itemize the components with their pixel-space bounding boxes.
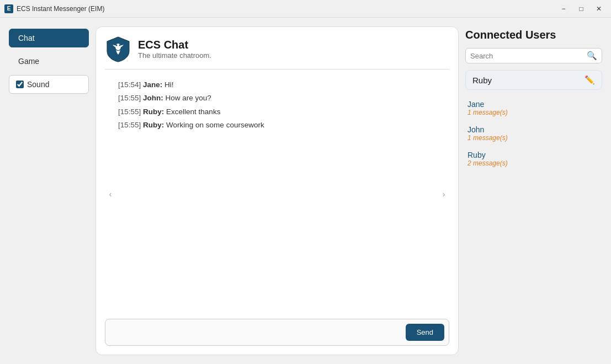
sidebar-item-chat[interactable]: Chat — [9, 29, 89, 47]
message-text: Working on some coursework — [166, 121, 264, 129]
message-text: Excellent thanks — [166, 108, 220, 116]
search-input[interactable] — [470, 52, 587, 60]
chat-messages-wrapper: ‹ [15:54] Jane: Hi![15:55] John: How are… — [105, 74, 449, 314]
user-list-item[interactable]: John1 message(s) — [465, 122, 602, 145]
current-user-row: Ruby ✏️ — [465, 70, 602, 90]
main-layout: Chat Game Sound — [0, 18, 611, 364]
app-icon: E — [4, 4, 13, 13]
users-panel: Connected Users 🔍 Ruby ✏️ Jane1 message(… — [465, 26, 602, 355]
chat-message: [15:55] Ruby: Excellent thanks — [118, 105, 436, 119]
message-time: [15:55] — [118, 94, 141, 102]
message-time: [15:55] — [118, 121, 141, 129]
sound-checkbox[interactable] — [16, 81, 24, 88]
message-author: Ruby: — [143, 108, 164, 116]
user-list: Jane1 message(s)John1 message(s)Ruby2 me… — [465, 97, 602, 170]
message-text: How are you? — [166, 94, 211, 102]
current-user-name: Ruby — [472, 76, 492, 85]
sound-checkbox-label[interactable]: Sound — [9, 75, 89, 94]
user-messages: 1 message(s) — [467, 134, 600, 142]
search-icon[interactable]: 🔍 — [587, 51, 597, 61]
maximize-button[interactable]: □ — [573, 3, 589, 14]
send-button[interactable]: Send — [406, 324, 444, 341]
chat-message: [15:55] Ruby: Working on some coursework — [118, 119, 436, 132]
window-controls: − □ ✕ — [556, 3, 607, 14]
sidebar: Chat Game Sound — [9, 26, 89, 355]
edit-icon[interactable]: ✏️ — [585, 75, 595, 85]
chat-area: ECS Chat The ultimate chatroom. ‹ [15:54… — [95, 26, 459, 355]
chat-messages: [15:54] Jane: Hi![15:55] John: How are y… — [116, 74, 438, 314]
chat-title: ECS Chat — [138, 39, 211, 51]
user-messages: 2 message(s) — [467, 159, 600, 167]
user-name: Jane — [467, 100, 600, 109]
user-messages: 1 message(s) — [467, 109, 600, 116]
message-time: [15:54] — [118, 81, 141, 89]
users-panel-title: Connected Users — [465, 29, 602, 41]
message-author: Ruby: — [143, 121, 164, 129]
svg-point-2 — [119, 45, 121, 46]
svg-point-1 — [116, 45, 118, 46]
chat-message: [15:55] John: How are you? — [118, 92, 436, 105]
chat-subtitle: The ultimate chatroom. — [138, 51, 211, 60]
sidebar-item-game[interactable]: Game — [9, 52, 89, 71]
close-button[interactable]: ✕ — [591, 3, 607, 14]
chat-message: [15:54] Jane: Hi! — [118, 78, 436, 92]
app-title: ECS Instant Messenger (EIM) — [17, 5, 556, 13]
message-author: John: — [143, 94, 163, 102]
user-name: John — [467, 125, 600, 134]
message-author: Jane: — [143, 81, 162, 89]
message-text: Hi! — [164, 81, 174, 89]
nav-right-arrow[interactable]: › — [438, 74, 449, 314]
message-time: [15:55] — [118, 108, 141, 116]
chat-input[interactable] — [110, 326, 401, 339]
chat-input-area: Send — [105, 319, 449, 346]
minimize-button[interactable]: − — [556, 3, 571, 14]
nav-left-arrow[interactable]: ‹ — [105, 74, 116, 314]
user-list-item[interactable]: Ruby2 message(s) — [465, 147, 602, 170]
sound-label: Sound — [27, 80, 49, 89]
chat-header: ECS Chat The ultimate chatroom. — [105, 36, 449, 69]
user-name: Ruby — [467, 151, 600, 159]
search-box: 🔍 — [465, 48, 602, 63]
user-list-item[interactable]: Jane1 message(s) — [465, 97, 602, 120]
titlebar: E ECS Instant Messenger (EIM) − □ ✕ — [0, 0, 611, 18]
chat-logo — [105, 36, 131, 62]
chat-header-text: ECS Chat The ultimate chatroom. — [138, 39, 211, 60]
